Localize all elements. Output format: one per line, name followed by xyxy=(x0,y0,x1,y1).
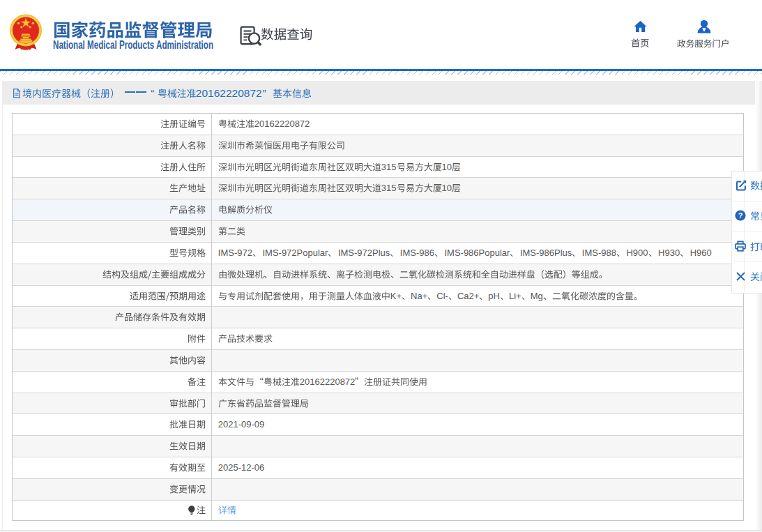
svg-text:?: ? xyxy=(738,211,743,220)
